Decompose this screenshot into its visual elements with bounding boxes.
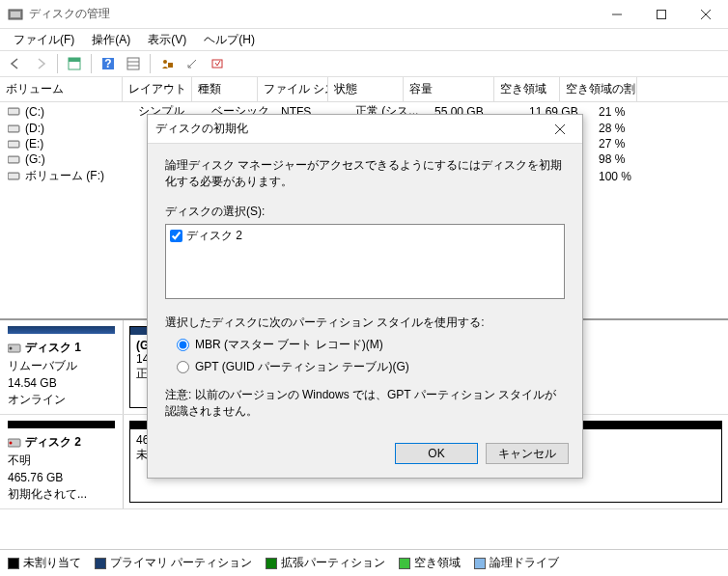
legend-swatch-extended [266, 558, 277, 569]
legend-logical: 論理ドライブ [490, 555, 559, 571]
col-capacity[interactable]: 容量 [404, 77, 494, 101]
svg-point-29 [10, 441, 13, 444]
dialog-select-label: ディスクの選択(S): [165, 204, 565, 220]
forward-button[interactable] [29, 53, 52, 74]
toolbar-action1-icon[interactable] [155, 53, 179, 74]
legend-unalloc: 未割り当て [23, 555, 81, 571]
toolbar-action3-icon[interactable] [206, 53, 229, 74]
disk-info: ディスク 1リムーバブル14.54 GBオンライン [0, 320, 124, 414]
partition-style-group: MBR (マスター ブート レコード)(M) GPT (GUID パーティション… [177, 337, 565, 375]
col-freepct[interactable]: 空き領域の割... [560, 77, 637, 101]
svg-rect-21 [9, 142, 18, 147]
dialog-titlebar: ディスクの初期化 [148, 115, 582, 144]
partition-style-label: 選択したディスクに次のパーティション スタイルを使用する: [165, 315, 565, 331]
close-button[interactable] [684, 0, 728, 29]
toolbar-view2-icon[interactable] [122, 53, 145, 74]
disk-select-item-label: ディスク 2 [186, 228, 242, 244]
toolbar-view1-icon[interactable] [63, 53, 86, 74]
legend-swatch-unalloc [8, 558, 19, 569]
svg-point-13 [163, 60, 167, 64]
cancel-button[interactable]: キャンセル [486, 443, 569, 464]
svg-rect-25 [9, 174, 18, 178]
svg-rect-7 [69, 58, 80, 62]
disk-select-item[interactable]: ディスク 2 [168, 227, 562, 245]
disk-info: ディスク 2不明465.76 GB初期化されて... [0, 415, 124, 508]
col-layout[interactable]: レイアウト [123, 77, 192, 101]
volume-icon [8, 106, 21, 117]
window-title: ディスクの管理 [29, 6, 595, 22]
svg-rect-3 [658, 10, 666, 18]
disk-select-checkbox[interactable] [170, 230, 182, 242]
volume-list-header: ボリューム レイアウト 種類 ファイル システム 状態 容量 空き領域 空き領域… [0, 77, 728, 102]
menu-view[interactable]: 表示(V) [140, 29, 194, 51]
legend-swatch-free [399, 558, 410, 569]
volume-icon [8, 139, 21, 150]
toolbar-action2-icon[interactable] [181, 53, 204, 74]
menubar: ファイル(F) 操作(A) 表示(V) ヘルプ(H) [0, 29, 728, 50]
menu-file[interactable]: ファイル(F) [6, 29, 82, 51]
menu-help[interactable]: ヘルプ(H) [196, 29, 263, 51]
maximize-button[interactable] [639, 0, 684, 29]
ok-button[interactable]: OK [395, 443, 478, 464]
disk-select-listbox[interactable]: ディスク 2 [165, 224, 565, 299]
svg-rect-19 [9, 126, 18, 131]
legend-swatch-primary [95, 558, 106, 569]
svg-rect-17 [9, 109, 18, 114]
back-button[interactable] [4, 53, 27, 74]
svg-text:?: ? [104, 57, 111, 70]
dialog-title: ディスクの初期化 [155, 121, 546, 137]
volume-icon [8, 171, 21, 181]
window-controls [595, 0, 728, 29]
volume-icon [8, 123, 21, 134]
svg-rect-10 [127, 58, 139, 69]
radio-mbr-input[interactable] [177, 339, 189, 351]
radio-gpt[interactable]: GPT (GUID パーティション テーブル)(G) [177, 359, 565, 375]
radio-mbr[interactable]: MBR (マスター ブート レコード)(M) [177, 337, 565, 353]
volume-icon [8, 154, 21, 165]
svg-rect-14 [168, 63, 173, 68]
col-fs[interactable]: ファイル システム [258, 77, 328, 101]
legend-primary: プライマリ パーティション [110, 555, 252, 571]
initialize-disk-dialog: ディスクの初期化 論理ディスク マネージャーがアクセスできるようにするにはディス… [147, 114, 583, 479]
disk-icon [8, 343, 21, 354]
col-volume[interactable]: ボリューム [0, 77, 123, 101]
legend-free: 空き領域 [414, 555, 461, 571]
help-icon[interactable]: ? [97, 53, 120, 74]
menu-action[interactable]: 操作(A) [84, 29, 138, 51]
minimize-button[interactable] [595, 0, 639, 29]
dialog-close-button[interactable] [546, 117, 574, 142]
legend: 未割り当て プライマリ パーティション 拡張パーティション 空き領域 論理ドライ… [0, 549, 728, 576]
radio-gpt-label: GPT (GUID パーティション テーブル)(G) [195, 359, 409, 375]
dialog-intro: 論理ディスク マネージャーがアクセスできるようにするにはディスクを初期化する必要… [165, 157, 565, 190]
col-type[interactable]: 種類 [192, 77, 258, 101]
disk-icon [8, 437, 21, 449]
dialog-note: 注意: 以前のバージョンの Windows では、GPT パーティション スタイ… [165, 387, 565, 420]
radio-mbr-label: MBR (マスター ブート レコード)(M) [195, 337, 383, 353]
radio-gpt-input[interactable] [177, 361, 189, 373]
toolbar: ? [0, 50, 728, 77]
legend-swatch-logical [474, 558, 486, 569]
svg-rect-1 [11, 12, 20, 17]
legend-extended: 拡張パーティション [281, 555, 385, 571]
col-state[interactable]: 状態 [328, 77, 404, 101]
svg-point-27 [10, 346, 13, 349]
col-free[interactable]: 空き領域 [494, 77, 560, 101]
app-icon [8, 7, 23, 22]
svg-rect-23 [9, 157, 18, 162]
titlebar: ディスクの管理 [0, 0, 728, 29]
